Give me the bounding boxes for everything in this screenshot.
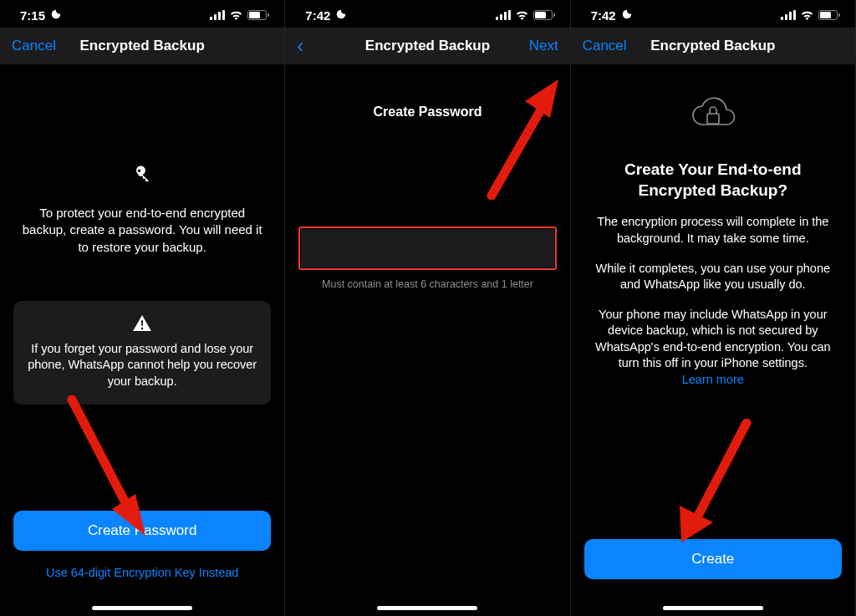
status-time: 7:42 (305, 8, 330, 23)
status-time: 7:15 (20, 8, 45, 23)
svg-rect-3 (222, 10, 225, 20)
battery-icon (533, 8, 555, 23)
svg-rect-14 (553, 13, 555, 17)
svg-rect-2 (218, 12, 221, 20)
create-password-button[interactable]: Create Password (13, 511, 271, 551)
svg-rect-21 (820, 12, 831, 18)
do-not-disturb-icon (621, 8, 633, 23)
wifi-icon (800, 8, 814, 23)
annotation-arrow (475, 74, 567, 200)
key-icon (131, 165, 153, 190)
warning-text: If you forget your password and lose you… (25, 341, 259, 390)
svg-marker-24 (680, 506, 713, 542)
nav-title: Encrypted Backup (62, 38, 222, 54)
nav-bar: Cancel Encrypted Backup (0, 28, 284, 64)
svg-marker-15 (525, 79, 558, 118)
svg-rect-18 (789, 12, 792, 20)
cancel-button[interactable]: Cancel (583, 38, 627, 54)
password-input[interactable] (301, 229, 553, 267)
cancel-button[interactable]: Cancel (12, 38, 56, 54)
confirm-heading: Create Your End-to-end Encrypted Backup? (584, 160, 842, 201)
warning-box: If you forget your password and lose you… (13, 301, 271, 405)
cloud-lock-icon (686, 91, 740, 140)
wifi-icon (515, 8, 529, 23)
nav-title: Encrypted Backup (347, 38, 507, 54)
screen-1: 7:15 Cancel Encrypted Backup To protect … (0, 0, 285, 616)
svg-rect-13 (535, 12, 546, 18)
learn-more-link[interactable]: Learn more (682, 373, 744, 386)
svg-rect-6 (268, 13, 269, 17)
do-not-disturb-icon (50, 8, 62, 23)
battery-icon (247, 8, 269, 23)
status-bar: 7:42 (285, 0, 569, 28)
home-indicator (663, 606, 763, 610)
nav-title: Encrypted Backup (633, 38, 793, 54)
svg-rect-8 (496, 17, 498, 20)
do-not-disturb-icon (335, 8, 347, 23)
signal-icon (210, 8, 225, 23)
back-button[interactable]: ‹ (297, 36, 303, 56)
svg-rect-16 (781, 17, 783, 20)
signal-icon (496, 8, 511, 23)
description-text: To protect your end-to-end encrypted bac… (13, 205, 271, 256)
svg-rect-1 (214, 14, 217, 20)
password-input-highlight (298, 227, 556, 270)
confirm-para-2: While it completes, you can use your pho… (584, 261, 842, 293)
svg-rect-5 (249, 12, 260, 18)
home-indicator (92, 606, 192, 610)
svg-rect-19 (793, 10, 796, 20)
svg-rect-22 (838, 13, 840, 17)
create-password-heading: Create Password (374, 104, 482, 120)
svg-rect-23 (707, 114, 719, 124)
svg-rect-9 (500, 14, 502, 20)
status-time: 7:42 (591, 8, 616, 23)
nav-bar: ‹ Encrypted Backup Next (285, 28, 569, 64)
svg-rect-0 (210, 17, 212, 20)
next-button[interactable]: Next (529, 38, 558, 54)
nav-bar: Cancel Encrypted Backup (571, 28, 855, 64)
signal-icon (781, 8, 796, 23)
status-bar: 7:15 (0, 0, 284, 28)
home-indicator (377, 606, 477, 610)
svg-rect-17 (785, 14, 787, 20)
svg-rect-11 (508, 10, 511, 20)
screen-3: 7:42 Cancel Encrypted Backup Create Your… (571, 0, 856, 616)
status-bar: 7:42 (571, 0, 855, 28)
annotation-arrow (663, 419, 763, 544)
confirm-para-3: Your phone may include WhatsApp in your … (584, 307, 842, 389)
warning-icon (25, 314, 259, 334)
confirm-para-1: The encryption process will complete in … (584, 214, 842, 247)
svg-rect-10 (504, 12, 507, 20)
create-button[interactable]: Create (584, 539, 842, 579)
battery-icon (818, 8, 840, 23)
wifi-icon (229, 8, 243, 23)
screen-2: 7:42 ‹ Encrypted Backup Next Create Pass… (285, 0, 570, 616)
confirm-para-3-text: Your phone may include WhatsApp in your … (595, 308, 831, 370)
use-key-link[interactable]: Use 64-digit Encryption Key Instead (46, 566, 239, 579)
password-hint: Must contain at least 6 characters and 1… (322, 278, 533, 290)
